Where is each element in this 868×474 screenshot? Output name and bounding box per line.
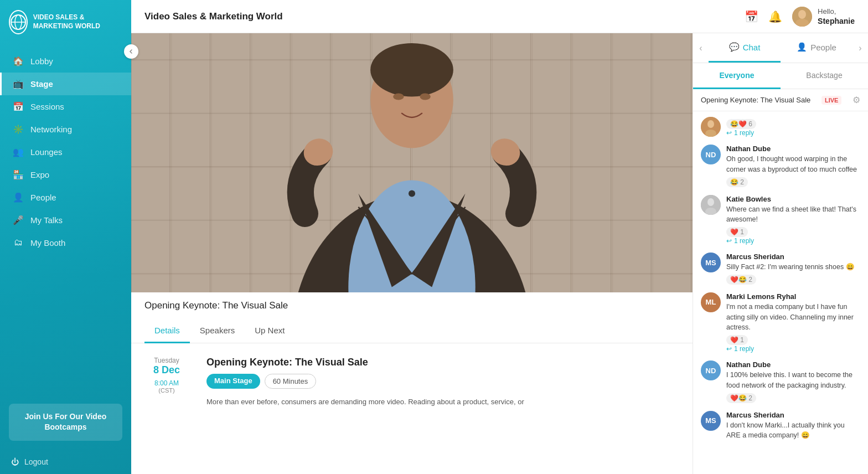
chat-message: ND Nathan Dube I 100% beleive this. I wa… [701,360,860,403]
event-info: Opening Keynote: The Visual Sale Main St… [206,357,679,408]
chat-reactions: ❤️😂 2 [726,393,860,403]
tab-chat[interactable]: 💬 Chat [709,33,781,63]
chat-message-body: 😂❤️ 6 ↩ 1 reply [726,117,860,137]
chat-message: MS Marcus Sheridan I don't know Marki...… [701,411,860,441]
sidebar-item-lobby[interactable]: 🏠Lobby [0,50,131,73]
subtab-everyone[interactable]: Everyone [693,63,781,89]
chat-message: ML Marki Lemons Ryhal I'm not a media co… [701,292,860,353]
sidebar: VIDEO SALES & MARKETING WORLD 🏠Lobby📺Sta… [0,0,131,474]
notification-icon[interactable]: 🔔 [768,10,782,23]
sidebar-item-stage[interactable]: 📺Stage [0,73,131,95]
chat-sender-name: Katie Bowles [726,195,860,203]
chat-reactions: ❤️😂 2 [726,275,860,285]
sidebar-item-my-booth[interactable]: 🗂My Booth [0,231,131,254]
chat-message-body: Marcus Sheridan I don't know Marki...I a… [726,411,860,441]
event-title: Opening Keynote: The Visual Sale [206,357,679,368]
reaction-emoji: ❤️ 1 [726,227,748,237]
chat-message: Katie Bowles Where can we find a sheet l… [701,195,860,245]
svg-point-23 [409,190,415,197]
video-area: Opening Keynote: The Visual Sale Details… [131,33,693,474]
tab-details[interactable]: Details [144,319,190,343]
calendar-icon[interactable]: 📅 [745,10,758,23]
sidebar-bootcamp-button[interactable]: Join Us For Our Video Bootcamps [9,404,122,441]
video-content [131,33,693,292]
chat-message-text: I'm not a media company but I have fun a… [726,302,860,333]
chat-settings-icon[interactable]: ⚙ [852,95,860,105]
tab-speakers[interactable]: Speakers [190,319,245,343]
sidebar-item-expo[interactable]: 🏪Expo [0,163,131,186]
lounges-icon: 👥 [13,147,24,157]
sidebar-item-label: Expo [30,170,49,179]
chat-reactions: 😂❤️ 6 [726,119,860,129]
tab-up-next[interactable]: Up Next [245,319,294,343]
chat-message: ND Nathan Dube Oh good, I thought wood w… [701,145,860,187]
lobby-icon: 🏠 [13,56,24,66]
sidebar-item-label: Stage [30,79,53,89]
sidebar-item-networking[interactable]: ✳️Networking [0,118,131,141]
chat-reactions: ❤️ 1 [726,227,860,237]
user-avatar [792,7,812,27]
panel-tabs: ‹ 💬 Chat 👤 People › [693,33,868,63]
chat-reply-button[interactable]: ↩ 1 reply [726,237,860,245]
sidebar-item-sessions[interactable]: 📅Sessions [0,95,131,118]
chat-header: Opening Keynote: The Visual Sale LIVE ⚙ [693,89,868,111]
sidebar-item-label: Lobby [30,56,53,66]
chat-message: 😂❤️ 6 ↩ 1 reply [701,117,860,137]
right-panel: ‹ 💬 Chat 👤 People › Everyone Backstage O… [693,33,868,474]
panel-right-arrow[interactable]: › [852,33,868,63]
chat-sender-name: Marcus Sheridan [726,253,860,261]
svg-point-18 [370,43,453,97]
sidebar-item-people[interactable]: 👤People [0,186,131,209]
tab-people[interactable]: 👤 People [781,33,852,63]
reaction-emoji: 😂 2 [726,177,748,187]
chat-avatar [701,117,721,137]
chat-message-body: Marcus Sheridan Silly Fact #2: I'm weari… [726,253,860,285]
reaction-emoji: ❤️😂 2 [726,393,756,403]
chat-message-text: Silly Fact #2: I'm wearing tennis shoes … [726,262,860,272]
stage-icon: 📺 [13,79,24,89]
svg-point-19 [393,93,404,100]
tag-main-stage: Main Stage [206,374,260,389]
event-tags: Main Stage 60 Minutes [206,374,679,389]
sidebar-item-label: Sessions [30,102,64,111]
event-timezone: (CST) [144,387,189,394]
chat-sub-tabs: Everyone Backstage [693,63,868,89]
chat-reply-button[interactable]: ↩ 1 reply [726,345,860,353]
chat-message-text: Where can we find a sheet like that! Tha… [726,204,860,225]
chat-icon: 💬 [729,42,740,52]
my-talks-icon: 🎤 [13,215,24,225]
video-player[interactable] [131,33,693,292]
chat-message-body: Nathan Dube I 100% beleive this. I want … [726,360,860,403]
sidebar-logout-button[interactable]: ⏻ Logout [0,450,131,474]
chat-avatar: ML [701,292,721,312]
sidebar-item-lounges[interactable]: 👥Lounges [0,141,131,163]
chat-sender-name: Marki Lemons Ryhal [726,292,860,301]
event-meta: Tuesday 8 Dec 8:00 AM (CST) Opening Keyn… [144,357,679,408]
chat-sender-name: Nathan Dube [726,145,860,153]
tag-duration: 60 Minutes [265,374,317,389]
topbar-icons: 📅 🔔 Hello, Stephanie [745,7,855,27]
chat-message-body: Katie Bowles Where can we find a sheet l… [726,195,860,245]
svg-point-25 [707,120,714,128]
chat-reactions: ❤️ 1 [726,335,860,345]
chat-reply-button[interactable]: ↩ 1 reply [726,129,860,137]
topbar-title: Video Sales & Marketing World [144,11,745,22]
chat-message: MS Marcus Sheridan Silly Fact #2: I'm we… [701,253,860,285]
event-description: More than ever before, consumers are dem… [206,396,679,408]
event-time: 8:00 AM [144,379,189,387]
svg-point-4 [798,10,806,19]
sidebar-item-my-talks[interactable]: 🎤My Talks [0,209,131,231]
chat-sender-name: Nathan Dube [726,360,860,369]
subtab-backstage[interactable]: Backstage [781,63,868,89]
sidebar-item-label: Lounges [30,147,63,157]
sidebar-toggle-button[interactable] [124,44,138,59]
sidebar-item-label: My Talks [30,215,63,225]
topbar-user[interactable]: Hello, Stephanie [792,7,855,27]
panel-left-arrow[interactable]: ‹ [693,33,709,63]
sessions-icon: 📅 [13,101,24,112]
chat-avatar: ND [701,360,721,380]
event-day: Tuesday [144,357,189,364]
user-name: Stephanie [818,17,855,25]
chat-avatar [701,195,721,215]
main-content: Video Sales & Marketing World 📅 🔔 Hello,… [131,0,868,474]
